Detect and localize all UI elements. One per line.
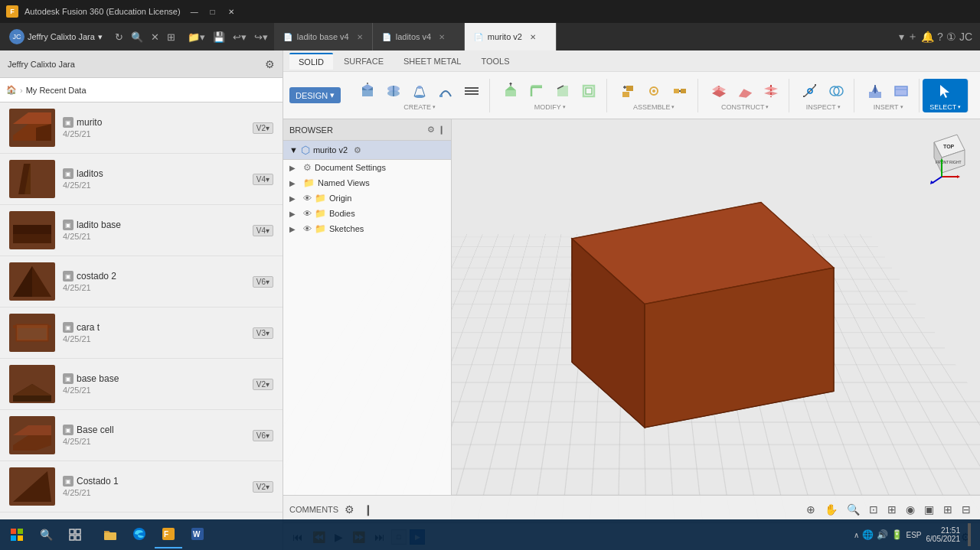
- list-item[interactable]: ▣ ladito base 4/25/21 V4▾: [0, 205, 283, 256]
- task-view-button[interactable]: [61, 521, 89, 548]
- zoom-window-button[interactable]: ⊞: [884, 502, 900, 517]
- insert-insert-button[interactable]: [864, 80, 887, 102]
- create-loft-button[interactable]: [408, 80, 431, 102]
- browser-collapse-icon[interactable]: ❙: [438, 125, 445, 135]
- modify-fillet-button[interactable]: [525, 80, 548, 102]
- version-badge[interactable]: V4▾: [253, 174, 273, 185]
- taskbar-edge[interactable]: [126, 521, 153, 548]
- create-label[interactable]: CREATE ▾: [403, 103, 436, 111]
- taskbar-file-explorer[interactable]: [96, 521, 124, 548]
- sidebar-settings-button[interactable]: ⚙: [265, 58, 275, 70]
- close-button[interactable]: ✕: [224, 4, 239, 19]
- view-cube-button[interactable]: ◉: [903, 502, 918, 517]
- tab-close-murito-icon[interactable]: ✕: [530, 33, 536, 41]
- zoom-button[interactable]: 🔍: [844, 502, 863, 517]
- select-button[interactable]: [934, 80, 957, 102]
- tab-close-laditos-icon[interactable]: ✕: [439, 33, 445, 41]
- modify-press-pull-button[interactable]: [499, 80, 522, 102]
- list-item[interactable]: ▣ Costado 1 4/25/21 V2▾: [0, 461, 283, 513]
- inspect-interference-button[interactable]: [825, 80, 848, 102]
- viewport[interactable]: BROWSER ⚙ ❙ ▼ ⬡ murito v2 ⚙ ▶ ⚙: [283, 119, 980, 522]
- cancel-button[interactable]: ✕: [148, 30, 162, 44]
- construct-offset-plane-button[interactable]: [707, 80, 730, 102]
- tab-ladito-base[interactable]: 📄 ladito base v4 ✕: [274, 23, 373, 50]
- eye-icon[interactable]: 👁: [303, 224, 312, 233]
- insert-canvas-button[interactable]: [890, 80, 913, 102]
- tree-item-origin[interactable]: ▶ 👁 📁 Origin: [283, 190, 451, 206]
- undo-button[interactable]: ↩▾: [230, 30, 250, 44]
- version-badge[interactable]: V6▾: [253, 430, 273, 441]
- tab-tools[interactable]: TOOLS: [472, 54, 518, 69]
- eye-icon[interactable]: 👁: [303, 194, 312, 203]
- version-badge[interactable]: V2▾: [253, 481, 273, 493]
- tab-sheet-metal[interactable]: SHEET METAL: [394, 54, 470, 69]
- redo-button[interactable]: ↪▾: [251, 30, 271, 44]
- save-button[interactable]: 💾: [210, 30, 228, 44]
- construct-midplane-button[interactable]: [760, 80, 782, 102]
- taskbar-fusion360[interactable]: F: [155, 521, 182, 548]
- create-more-button[interactable]: [460, 80, 483, 102]
- new-tab-button[interactable]: ＋: [907, 30, 918, 44]
- modify-shell-button[interactable]: [577, 80, 600, 102]
- show-desktop-button[interactable]: [968, 523, 971, 546]
- modify-label[interactable]: MODIFY ▾: [534, 103, 566, 111]
- tray-volume-icon[interactable]: 🔊: [877, 529, 888, 540]
- tray-network-icon[interactable]: 🌐: [862, 529, 874, 540]
- maximize-button[interactable]: □: [205, 4, 220, 19]
- list-item[interactable]: ▣ murito 4/25/21 V2▾: [0, 103, 283, 154]
- assemble-rigid-group-button[interactable]: [668, 80, 691, 102]
- browser-settings-icon[interactable]: ⚙: [427, 125, 435, 135]
- grid-button[interactable]: ⊞: [940, 502, 956, 517]
- version-badge[interactable]: V2▾: [253, 122, 273, 134]
- fit-button[interactable]: ⊡: [866, 502, 881, 517]
- tab-solid[interactable]: SOLID: [289, 53, 333, 70]
- user-dropdown-icon[interactable]: ▾: [98, 32, 103, 42]
- list-item[interactable]: ▣ costado 2 4/25/21 V6▾: [0, 256, 283, 308]
- list-item[interactable]: ▣ cara t 4/25/21 V3▾: [0, 308, 283, 359]
- nav-home-button[interactable]: 🏠: [6, 85, 17, 95]
- tab-murito[interactable]: 📄 murito v2 ✕: [465, 23, 557, 50]
- clock[interactable]: 21:51 6/05/2021: [926, 526, 961, 543]
- tray-icon-up[interactable]: ∧: [854, 531, 859, 539]
- tree-item-document-settings[interactable]: ▶ ⚙ Document Settings: [283, 160, 451, 175]
- tab-surface[interactable]: SURFACE: [335, 54, 393, 69]
- comments-settings-icon[interactable]: ⚙: [341, 502, 358, 517]
- user-area[interactable]: JC Jeffry Calixto Jara ▾: [3, 23, 109, 50]
- tab-laditos[interactable]: 📄 laditos v4 ✕: [373, 23, 465, 50]
- version-badge[interactable]: V3▾: [253, 327, 273, 339]
- minimize-button[interactable]: —: [187, 4, 202, 19]
- create-sweep-button[interactable]: [434, 80, 457, 102]
- tree-item-bodies[interactable]: ▶ 👁 📁 Bodies: [283, 206, 451, 221]
- create-revolve-button[interactable]: [382, 80, 405, 102]
- tray-battery-icon[interactable]: 🔋: [891, 529, 903, 540]
- refresh-button[interactable]: ↻: [112, 30, 126, 44]
- inspect-label[interactable]: INSPECT ▾: [806, 103, 841, 111]
- version-badge[interactable]: V2▾: [253, 379, 273, 390]
- tree-item-sketches[interactable]: ▶ 👁 📁 Sketches: [283, 221, 451, 236]
- display-button[interactable]: ▣: [921, 502, 937, 517]
- assemble-label[interactable]: ASSEMBLE ▾: [633, 103, 675, 111]
- assemble-new-component-button[interactable]: [616, 80, 639, 102]
- orbit-button[interactable]: ⊕: [803, 502, 818, 517]
- create-extrude-button[interactable]: [356, 80, 379, 102]
- taskbar-word[interactable]: W: [184, 521, 211, 548]
- design-button[interactable]: DESIGN ▾: [289, 87, 341, 103]
- tree-item-named-views[interactable]: ▶ 📁 Named Views: [283, 175, 451, 190]
- version-badge[interactable]: V4▾: [253, 225, 273, 236]
- list-item[interactable]: ▣ Base cell 4/25/21 V6▾: [0, 410, 283, 461]
- modify-chamfer-button[interactable]: [551, 80, 574, 102]
- list-item[interactable]: ▣ base base 4/25/21 V2▾: [0, 359, 283, 410]
- tab-close-icon[interactable]: ✕: [357, 33, 363, 41]
- account-button[interactable]: JC: [959, 31, 972, 43]
- search-button[interactable]: 🔍: [128, 30, 146, 44]
- open-file-button[interactable]: 📁▾: [185, 30, 208, 44]
- select-label[interactable]: SELECT ▾: [929, 103, 961, 111]
- more-view-button[interactable]: ⊟: [959, 502, 974, 517]
- construct-label[interactable]: CONSTRUCT ▾: [721, 103, 769, 111]
- start-button[interactable]: [3, 521, 31, 548]
- construct-plane-at-angle-button[interactable]: [733, 80, 756, 102]
- assemble-joint-button[interactable]: [642, 80, 665, 102]
- inspect-measure-button[interactable]: [799, 80, 822, 102]
- pan-button[interactable]: ✋: [822, 502, 841, 517]
- version-badge[interactable]: V6▾: [253, 276, 273, 288]
